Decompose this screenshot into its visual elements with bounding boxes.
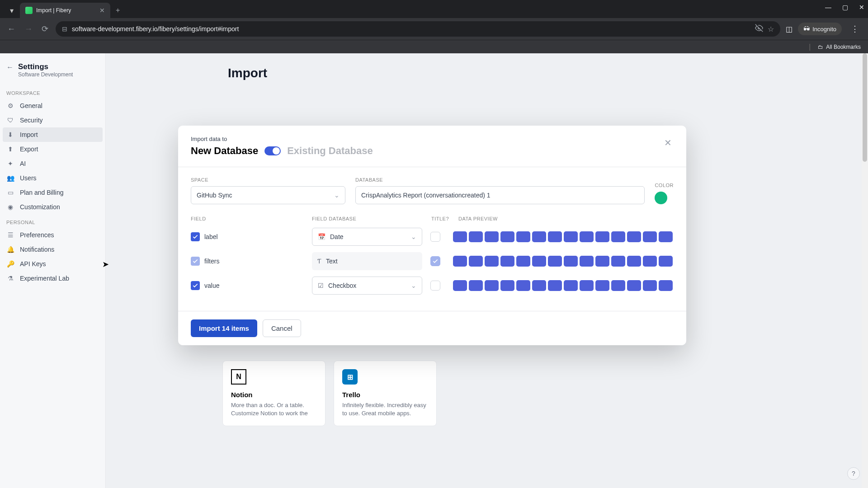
import-to-label: Import data to <box>191 136 373 142</box>
incognito-icon: 🕶 <box>803 25 810 33</box>
field-type-select[interactable]: 📅 Date ⌄ <box>312 228 422 246</box>
tab-title: Import | Fibery <box>36 7 96 14</box>
database-label: DATABASE <box>355 177 645 183</box>
scrollbar-thumb[interactable] <box>863 53 867 162</box>
title-checkbox[interactable] <box>430 256 440 266</box>
address-bar-row: ← → ⟳ ⊟ software-development.fibery.io/f… <box>0 18 868 40</box>
sidebar-item-import[interactable]: ⬇Import <box>3 127 103 142</box>
browser-tab[interactable]: Import | Fibery ✕ <box>20 3 110 18</box>
sidebar-item-label: Export <box>20 145 38 153</box>
new-tab-button[interactable]: + <box>110 3 125 18</box>
card-title: Trello <box>342 391 428 399</box>
window-controls: — ▢ ✕ <box>825 4 864 11</box>
existing-database-option[interactable]: Existing Database <box>287 145 373 157</box>
import-button[interactable]: Import 14 items <box>191 319 257 337</box>
close-window-icon[interactable]: ✕ <box>859 4 864 11</box>
bookmark-bar: | 🗀 All Bookmarks <box>0 40 868 53</box>
sidebar-item-notifications[interactable]: 🔔Notifications <box>0 242 105 257</box>
sidebar-item-label: AI <box>20 160 26 167</box>
field-row-label: label 📅 Date ⌄ <box>191 228 674 246</box>
import-card-notion[interactable]: N Notion More than a doc. Or a table. Cu… <box>222 361 326 426</box>
browser-menu-icon[interactable]: ⋮ <box>847 22 863 36</box>
sidebar-item-export[interactable]: ⬆Export <box>0 142 105 156</box>
bell-icon: 🔔 <box>6 245 14 253</box>
data-preview <box>453 280 673 291</box>
card-title: Notion <box>231 391 317 399</box>
gear-icon: ⚙ <box>6 102 14 110</box>
field-name: label <box>204 233 312 240</box>
database-name-input[interactable] <box>355 186 645 204</box>
minimize-icon[interactable]: — <box>825 4 831 11</box>
calendar-icon: 📅 <box>318 233 326 240</box>
sidebar-item-ai[interactable]: ✦AI <box>0 156 105 171</box>
checkbox-icon: ☑ <box>318 282 324 289</box>
database-toggle[interactable] <box>264 146 281 155</box>
sidebar-item-label: Import <box>20 131 38 138</box>
address-bar[interactable]: ⊟ software-development.fibery.io/fibery/… <box>56 21 780 37</box>
field-checkbox[interactable] <box>191 257 200 266</box>
field-header: FIELD <box>191 216 312 221</box>
sidebar-item-label: Experimental Lab <box>20 275 69 282</box>
color-picker[interactable] <box>655 192 667 204</box>
bookmark-separator: | <box>809 43 811 51</box>
sidebar-back-icon[interactable]: ← <box>6 62 14 71</box>
back-button[interactable]: ← <box>5 23 17 36</box>
incognito-badge[interactable]: 🕶 Incognito <box>798 23 842 35</box>
sidebar-item-label: General <box>20 102 42 109</box>
scrollbar-track[interactable] <box>862 53 868 488</box>
new-database-option[interactable]: New Database <box>191 145 258 157</box>
sidebar-item-security[interactable]: 🛡Security <box>0 113 105 127</box>
sidebar-item-general[interactable]: ⚙General <box>0 99 105 113</box>
all-bookmarks-button[interactable]: 🗀 All Bookmarks <box>818 44 861 50</box>
space-select[interactable]: GitHub Sync ⌄ <box>191 186 345 204</box>
bookmark-star-icon[interactable]: ☆ <box>768 25 774 33</box>
all-bookmarks-label: All Bookmarks <box>826 44 861 50</box>
import-card-trello[interactable]: ⊞ Trello Infinitely flexible. Incredibly… <box>334 361 437 426</box>
chevron-down-icon: ⌄ <box>411 282 416 289</box>
help-button[interactable]: ? <box>847 467 860 480</box>
sidebar-item-users[interactable]: 👥Users <box>0 171 105 185</box>
sidebar-item-label: Plan and Billing <box>20 189 64 196</box>
reload-button[interactable]: ⟳ <box>40 22 50 36</box>
chevron-down-icon: ⌄ <box>334 192 340 199</box>
sidebar-item-label: Notifications <box>20 246 54 253</box>
field-checkbox[interactable] <box>191 281 200 290</box>
eye-blocked-icon[interactable] <box>755 24 763 34</box>
sidebar-item-label: API Keys <box>20 260 46 267</box>
shield-icon: 🛡 <box>6 116 14 124</box>
field-checkbox[interactable] <box>191 232 200 241</box>
forward-button[interactable]: → <box>23 23 34 36</box>
sidebar-item-billing[interactable]: ▭Plan and Billing <box>0 185 105 200</box>
sliders-icon: ☰ <box>6 231 14 239</box>
field-type-value: Text <box>326 258 338 265</box>
field-type-select[interactable]: ☑ Checkbox ⌄ <box>312 277 422 295</box>
sidebar-item-experimental[interactable]: ⚗Experimental Lab <box>0 271 105 286</box>
tab-close-icon[interactable]: ✕ <box>99 7 105 14</box>
maximize-icon[interactable]: ▢ <box>842 4 848 11</box>
favicon-icon <box>25 7 33 14</box>
site-settings-icon[interactable]: ⊟ <box>62 25 67 33</box>
incognito-label: Incognito <box>812 26 836 33</box>
title-header: TITLE? <box>431 216 458 221</box>
title-checkbox[interactable] <box>430 281 440 291</box>
divider <box>178 167 686 167</box>
field-type-value: Checkbox <box>328 282 356 289</box>
section-personal: PERSONAL <box>0 214 105 228</box>
users-icon: 👥 <box>6 174 14 182</box>
data-preview <box>453 231 673 242</box>
cancel-button[interactable]: Cancel <box>263 319 301 337</box>
text-icon: Ƭ <box>317 258 321 265</box>
sidebar-item-customization[interactable]: ◉Customization <box>0 200 105 214</box>
chevron-down-icon: ⌄ <box>411 233 416 240</box>
section-workspace: WORKSPACE <box>0 85 105 99</box>
close-icon[interactable]: ✕ <box>662 136 674 150</box>
title-checkbox[interactable] <box>430 232 440 242</box>
tab-search-dropdown[interactable]: ▾ <box>4 3 20 18</box>
sidebar-item-api-keys[interactable]: 🔑API Keys <box>0 257 105 271</box>
card-desc: Infinitely flexible. Incredibly easy to … <box>342 401 428 418</box>
tab-bar: ▾ Import | Fibery ✕ + — ▢ ✕ <box>0 0 868 18</box>
space-label: SPACE <box>191 177 345 183</box>
cards-row: N Notion More than a doc. Or a table. Cu… <box>222 361 437 426</box>
sidebar-item-preferences[interactable]: ☰Preferences <box>0 228 105 242</box>
side-panel-icon[interactable]: ◫ <box>786 25 793 33</box>
